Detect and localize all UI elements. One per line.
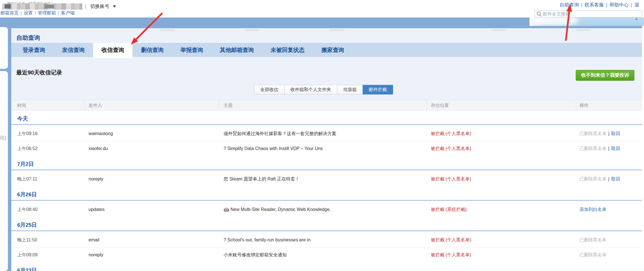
cell-actions: 已删除黑名单|取回	[579, 126, 620, 141]
separator: |	[33, 10, 38, 15]
column-header: 时间	[17, 100, 26, 111]
header-nav-link[interactable]: 邮箱首页	[1, 10, 19, 15]
cell-subject: 您 Steam 愿望单上的 Raft 正在特卖！	[224, 172, 299, 186]
caret-down-icon[interactable]	[113, 5, 116, 8]
mosaic-block	[5, 4, 11, 8]
tab-6[interactable]: 未被回复状态	[262, 43, 313, 57]
cell-subject: ? School's out, family-run businesses ar…	[224, 233, 310, 247]
query-tab-bar: 登录查询发信查询收信查询删信查询举报查询其他邮箱查询未被回复状态搬家查询	[11, 43, 642, 57]
cell-subject: 🤖 New Multi-Site Reader, Dynamic Web Kno…	[224, 202, 331, 217]
table-row: 上午08:40updates🤖 New Multi-Site Reader, D…	[11, 202, 642, 217]
date-group-header: 6月23日	[11, 262, 642, 271]
faint-artifact-dash	[576, 29, 591, 31]
column-divider	[219, 100, 219, 110]
tab-1[interactable]: 发信查询	[54, 43, 93, 57]
top-right-link[interactable]: 联系客服	[585, 2, 604, 8]
cell-status: 被拦截 (个人黑名单)	[431, 233, 471, 247]
cell-sender: xiaofei.du	[89, 141, 108, 156]
top-right-link[interactable]: 帮助中心	[610, 2, 629, 8]
header-nav-link[interactable]: 设置	[24, 10, 33, 15]
cell-time: 晚上11:50	[17, 233, 37, 247]
mail-search-input[interactable]: 邮件全文搜索...	[535, 10, 642, 17]
action-muted-label: 已删除黑名单	[579, 237, 606, 242]
cell-actions: 已删除黑名单|取回	[579, 141, 620, 156]
faint-artifact-dash	[160, 29, 175, 31]
switch-account-button[interactable]: 切换账号	[90, 3, 109, 10]
cell-actions: 已删除黑名单	[579, 233, 606, 247]
cell-subject: 做外贸如何通过海外社媒获客？这有一套完整的解决方案	[224, 126, 336, 141]
chevron-down-icon[interactable]	[635, 19, 638, 20]
cell-status: 被拦截 (系统拦截)	[431, 202, 467, 217]
separator: |	[604, 2, 609, 8]
mosaic-block	[45, 5, 54, 8]
header-nav-link[interactable]: 客户端	[61, 10, 74, 15]
date-group-underline	[11, 124, 642, 125]
filter-button[interactable]: 全部收信	[254, 85, 284, 94]
top-right-link[interactable]: 退	[634, 2, 639, 8]
mail-selfservice-screen: 微信公众号《程序员朱永胜》 | 切换账号 邮箱首页|设置|管理邮箱|客户端 自助…	[0, 0, 644, 271]
cell-actions: 添加到白名单	[579, 202, 606, 217]
tab-7[interactable]: 搬家查询	[313, 43, 352, 57]
action-link[interactable]: 取回	[611, 177, 620, 181]
cell-sender: updates	[89, 202, 105, 217]
action-link[interactable]: 取回	[611, 131, 620, 136]
background-card-edge	[0, 27, 8, 69]
selfservice-panel: 自助查询 登录查询发信查询收信查询删信查询举报查询其他邮箱查询未被回复状态搬家查…	[11, 28, 642, 271]
header-nav-links: 邮箱首页|设置|管理邮箱|客户端	[1, 10, 74, 16]
separator: |	[606, 131, 611, 136]
action-link[interactable]: 取回	[611, 146, 620, 151]
cell-sender: noreply	[89, 248, 103, 262]
cell-status: 被拦截 (个人黑名单)	[431, 172, 471, 186]
faint-artifact-dash	[245, 29, 259, 31]
table-body: 今天上午09:16waimaotong做外贸如何通过海外社媒获客？这有一套完整的…	[11, 111, 642, 271]
complaint-button[interactable]: 收不到来信？我要投诉	[576, 70, 634, 81]
cell-time: 上午06:52	[17, 141, 38, 156]
table-row: 上午09:09noreply小米账号修改绑定邮箱安全通知被拦截 (个人黑名单)已…	[11, 247, 642, 262]
date-group-label: 今天	[17, 115, 28, 122]
faint-artifact-dash	[491, 29, 506, 31]
redacted-account-mosaic	[2, 3, 82, 10]
top-right-link[interactable]: 自助查询	[560, 2, 579, 8]
column-header: 主题	[224, 100, 233, 111]
cell-sender: email	[89, 233, 99, 247]
faint-artifact-dash	[329, 29, 344, 31]
header-nav-link[interactable]: 管理邮箱	[38, 10, 56, 15]
mailbox-filter-group: 全部收信收件箱和个人文件夹垃圾箱邮件拦截	[254, 85, 393, 94]
table-row: 晚上11:50email? School's out, family-run b…	[11, 233, 642, 247]
column-divider	[576, 100, 576, 110]
cell-time: 上午09:09	[17, 248, 38, 262]
cell-sender: noreply	[89, 172, 103, 186]
cell-status: 被拦截 (个人黑名单)	[431, 141, 471, 156]
date-group-header: 6月26日	[11, 186, 642, 202]
cell-status: 被拦截 (个人黑名单)	[431, 248, 471, 262]
action-muted-label: 已删除黑名单	[579, 131, 606, 136]
date-group-header: 7月2日	[11, 156, 642, 172]
date-group-underline	[11, 169, 642, 170]
date-group-underline	[11, 200, 642, 201]
separator: |	[85, 3, 86, 9]
column-divider	[85, 100, 85, 110]
separator: |	[606, 177, 611, 181]
action-link[interactable]: 添加到白名单	[579, 207, 606, 212]
table-row: 上午06:52xiaofei.du? Simplify Data Chaos w…	[11, 141, 642, 156]
tab-5[interactable]: 其他邮箱查询	[211, 43, 262, 57]
filter-button[interactable]: 邮件拦截	[363, 85, 393, 94]
tab-4[interactable]: 举报查询	[172, 43, 211, 57]
background-card-edge	[0, 71, 8, 271]
action-muted-label: 已删除黑名单	[579, 146, 606, 151]
column-header: 发件人	[89, 100, 102, 111]
tab-active-2[interactable]: 收信查询	[93, 43, 133, 58]
column-header: 存信位置	[431, 100, 449, 111]
records-section-title: 最近90天收信记录	[16, 69, 62, 76]
filter-button[interactable]: 垃圾箱	[337, 85, 363, 94]
separator: |	[629, 2, 634, 8]
cell-actions: 已删除黑名单	[579, 248, 606, 262]
tab-3[interactable]: 删信查询	[133, 43, 172, 57]
table-header: 时间发件人主题存信位置操作	[11, 100, 642, 111]
date-group-label: 6月26日	[17, 191, 37, 198]
cell-subject: 小米账号修改绑定邮箱安全通知	[224, 248, 287, 262]
filter-button[interactable]: 收件箱和个人文件夹	[284, 85, 337, 94]
left-background-column: 司]	[0, 17, 11, 271]
separator: |	[606, 146, 611, 151]
tab-0[interactable]: 登录查询	[14, 43, 54, 57]
